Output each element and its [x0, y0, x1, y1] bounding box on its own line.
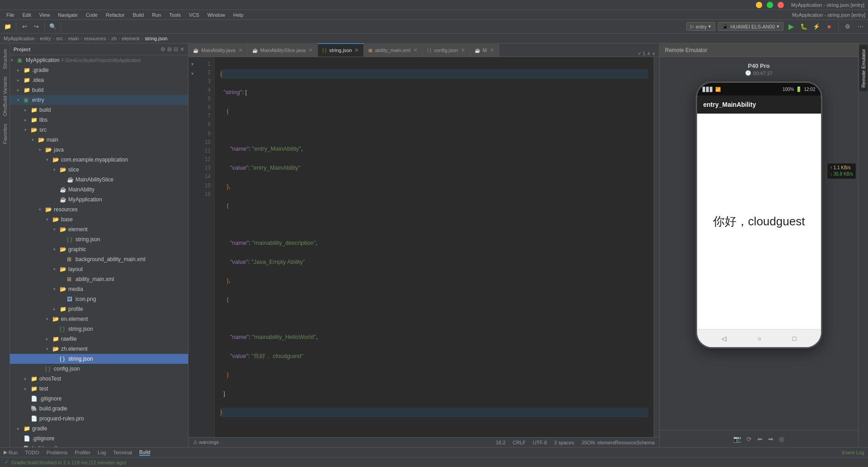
tree-item-rawfile[interactable]: ▸ 📁 rawfile: [10, 334, 188, 344]
tree-item-main[interactable]: ▾ 📂 main: [10, 135, 188, 145]
tree-item-zh-string[interactable]: ▸ { } string.json: [10, 354, 188, 364]
emulator-rotate-btn[interactable]: ⟳: [746, 435, 752, 443]
maximize-button[interactable]: [767, 2, 773, 8]
tree-item-ability-xml[interactable]: ▸ ⊞ ability_main.xml: [10, 274, 188, 284]
vtab-structure[interactable]: Structure: [1, 45, 9, 73]
tab-m[interactable]: ☕ M ✕: [470, 44, 499, 57]
tree-item-maina[interactable]: ▸ ☕ MainAbility: [10, 185, 188, 195]
tree-item-base[interactable]: ▾ 📂 base: [10, 214, 188, 224]
tab-ability-main-xml[interactable]: ⊞ ability_main.xml ✕: [364, 44, 422, 57]
tree-item-build-root[interactable]: ▸ 📁 build: [10, 85, 188, 95]
menu-refactor[interactable]: Refactor: [102, 11, 128, 19]
tree-item-entry-build[interactable]: ▸ 📁 build: [10, 105, 188, 115]
tree-item-gitignore-entry[interactable]: ▸ 📄 .gitignore: [10, 394, 188, 404]
breadcrumb-src[interactable]: src: [56, 36, 63, 41]
phone-back-btn[interactable]: ◁: [722, 335, 726, 342]
emulator-zoom-in-btn[interactable]: ⬅: [757, 435, 763, 443]
tree-item-buildgradle-root[interactable]: ▸ 🐘 build.gradle: [10, 443, 188, 447]
emulator-screenshot-btn[interactable]: 📷: [733, 435, 741, 443]
panel-btn-expand[interactable]: ⊞: [167, 46, 172, 52]
panel-btn-close[interactable]: ✕: [180, 46, 184, 52]
menu-build[interactable]: Build: [129, 11, 147, 19]
toolbar-settings[interactable]: ⚙: [843, 22, 853, 32]
tree-item-ohostest[interactable]: ▸ 📁 ohosTest: [10, 374, 188, 384]
tab-string-json[interactable]: { } string.json ✕: [318, 43, 364, 57]
toolbar-more[interactable]: ⋯: [855, 22, 865, 32]
toolbar-search[interactable]: 🔍: [48, 22, 58, 32]
breadcrumb-main[interactable]: main: [68, 36, 79, 41]
toolbar-project-btn[interactable]: 📁: [3, 22, 13, 32]
event-log-btn[interactable]: Event Log: [842, 450, 864, 455]
tab-validation-icon[interactable]: ✓ 1 ∧ ∨: [637, 51, 656, 57]
tree-item-test[interactable]: ▸ 📁 test: [10, 384, 188, 394]
tree-item-icon[interactable]: ▸ 🖼 icon.png: [10, 294, 188, 304]
tree-item-java[interactable]: ▾ 📂 java: [10, 145, 188, 155]
tab-close-mainabilityslice[interactable]: ✕: [308, 47, 313, 53]
phone-home-btn[interactable]: ○: [758, 335, 761, 342]
tab-close-string-json[interactable]: ✕: [354, 47, 359, 53]
tree-item-src[interactable]: ▾ 📂 src: [10, 125, 188, 135]
run-config-selector[interactable]: ▷ entry ▾: [686, 22, 715, 31]
menu-view[interactable]: View: [36, 11, 54, 19]
tree-item-idea[interactable]: ▸ 📁 .idea: [10, 75, 188, 85]
tree-item-resources[interactable]: ▾ 📂 resources: [10, 205, 188, 214]
run-button[interactable]: ▶: [786, 22, 796, 32]
tab-mainabilityslice-java[interactable]: ☕ MainAbilitySlice.java ✕: [248, 44, 318, 57]
tree-item-en-string[interactable]: ▸ { } string.json: [10, 324, 188, 334]
menu-edit[interactable]: Edit: [19, 11, 35, 19]
bottom-tab-build[interactable]: Build: [139, 449, 150, 456]
tab-close-ability-main-xml[interactable]: ✕: [413, 47, 418, 53]
stop-button[interactable]: ■: [824, 22, 834, 32]
breadcrumb-resources[interactable]: resources: [84, 36, 106, 41]
tree-item-proguard[interactable]: ▸ 📄 proguard-rules.pro: [10, 414, 188, 424]
menu-tools[interactable]: Tools: [165, 11, 184, 19]
breadcrumb-element[interactable]: element: [122, 36, 139, 41]
debug-button[interactable]: 🐛: [799, 22, 809, 32]
phone-recents-btn[interactable]: □: [793, 335, 796, 342]
tree-item-layout[interactable]: ▾ 📂 layout: [10, 264, 188, 274]
tree-item-media[interactable]: ▾ 📂 media: [10, 284, 188, 294]
tree-item-libs[interactable]: ▸ 📁 libs: [10, 115, 188, 125]
breadcrumb-file[interactable]: string.json: [145, 36, 167, 41]
tree-item-com[interactable]: ▾ 📂 com.example.myapplication: [10, 155, 188, 165]
vtab-ohobuild[interactable]: OhoBuild Variants: [1, 73, 9, 120]
close-button[interactable]: [778, 2, 784, 8]
tab-close-m[interactable]: ✕: [490, 47, 494, 53]
tree-item-graphic[interactable]: ▾ 📂 graphic: [10, 244, 188, 254]
tab-close-config-json[interactable]: ✕: [461, 47, 465, 53]
vtab-favorites[interactable]: Favorites: [1, 120, 9, 148]
tab-config-json[interactable]: { } config.json ✕: [423, 44, 470, 57]
editor-scrollbar[interactable]: [654, 57, 659, 437]
panel-btn-collapse[interactable]: ⊟: [174, 46, 178, 52]
breadcrumb-myapp[interactable]: MyApplication: [4, 36, 34, 41]
tree-item-gradle-dir[interactable]: ▸ 📁 gradle: [10, 424, 188, 434]
panel-btn-gear[interactable]: ⚙: [160, 46, 165, 52]
code-editor[interactable]: { "string": [ { "name": "entry_MainAbili…: [215, 57, 654, 437]
menu-run[interactable]: Run: [148, 11, 165, 19]
tree-item-config[interactable]: ▸ { } config.json: [10, 364, 188, 374]
toolbar-undo[interactable]: ↩: [19, 22, 29, 32]
tree-item-profile[interactable]: ▸ 📁 profile: [10, 304, 188, 314]
menu-vcs[interactable]: VCS: [185, 11, 203, 19]
tree-item-myapp[interactable]: ▾ ▣ MyApplication F:\DevEcoStudioProject…: [10, 55, 188, 65]
bottom-tab-log[interactable]: Log: [98, 450, 106, 455]
menu-help[interactable]: Help: [230, 11, 247, 19]
menu-window[interactable]: Window: [204, 11, 229, 19]
tree-item-mainas[interactable]: ▸ ☕ MainAbilitySlice: [10, 175, 188, 185]
breadcrumb-zh[interactable]: zh: [111, 36, 117, 41]
bottom-tab-run[interactable]: ▶ Run: [4, 449, 18, 455]
device-selector[interactable]: 📱 HUAWEI ELS-AN00 ▾: [718, 22, 783, 31]
tree-item-buildgradle-entry[interactable]: ▸ 🐘 build.gradle: [10, 404, 188, 414]
tree-item-zh-element[interactable]: ▾ 📂 zh.element: [10, 344, 188, 354]
tab-close-mainability[interactable]: ✕: [238, 47, 243, 53]
tree-item-bg-xml[interactable]: ▸ ⊞ background_ability_main.xml: [10, 254, 188, 264]
profile-button[interactable]: ⚡: [811, 22, 821, 32]
tree-item-element[interactable]: ▾ 📂 element: [10, 224, 188, 234]
tree-item-entry[interactable]: ▾ ▣ entry: [10, 95, 188, 105]
emulator-settings-btn[interactable]: ◎: [779, 435, 784, 443]
bottom-tab-todo[interactable]: TODO: [25, 450, 39, 455]
bottom-tab-profiler[interactable]: Profiler: [75, 450, 90, 455]
menu-code[interactable]: Code: [82, 11, 101, 19]
bottom-tab-terminal[interactable]: Terminal: [113, 450, 132, 455]
tree-item-base-string[interactable]: ▸ { } string.json: [10, 234, 188, 244]
